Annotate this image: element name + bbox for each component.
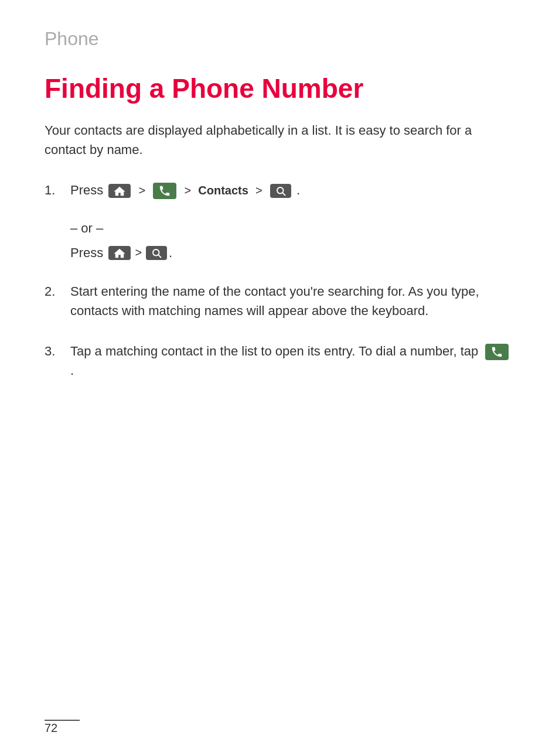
phone-tap-icon[interactable] [485,344,509,360]
footer-line [45,720,80,721]
svg-line-5 [158,255,161,257]
press-line-2: Press > . [70,245,514,261]
step-3: 3. Tap a matching contact in the list to… [45,341,514,380]
step-2-text: Start entering the name of the contact y… [70,284,479,318]
step-3-content: Tap a matching contact in the list to op… [70,341,514,380]
step-1: 1. Press > > Contacts > [45,180,514,200]
arrow-4: > [135,246,142,259]
arrow-1: > [139,184,146,197]
period-2: . [169,245,172,261]
period-1: . [296,183,300,197]
step-1-content: Press > > Contacts > [70,180,514,200]
home-icon-button-2[interactable] [108,246,131,260]
search-icon-button[interactable] [270,184,291,198]
step-2-content: Start entering the name of the contact y… [70,282,514,320]
page-number: 72 [45,721,57,735]
step-1-number: 1. [45,180,70,200]
intro-paragraph: Your contacts are displayed alphabetical… [45,121,513,159]
phone-app-icon[interactable] [153,183,176,199]
arrow-2: > [184,184,191,197]
contacts-label: Contacts [198,184,248,197]
svg-line-2 [282,193,285,195]
or-section: – or – [70,221,514,236]
step-3-number: 3. [45,341,70,361]
step-2: 2. Start entering the name of the contac… [45,282,514,320]
step-1-press-label: Press [70,183,103,197]
press-label-2: Press [70,245,103,261]
arrow-3: > [255,184,263,197]
step-2-number: 2. [45,282,70,301]
page-category: Phone [45,28,514,50]
page-title: Finding a Phone Number [45,73,514,104]
svg-marker-0 [114,187,125,196]
svg-marker-3 [114,249,125,258]
search-icon-button-2[interactable] [146,246,167,260]
step-3-text-before: Tap a matching contact in the list to op… [70,344,478,358]
step-3-text-after: . [70,363,74,378]
home-icon-button[interactable] [108,184,131,198]
